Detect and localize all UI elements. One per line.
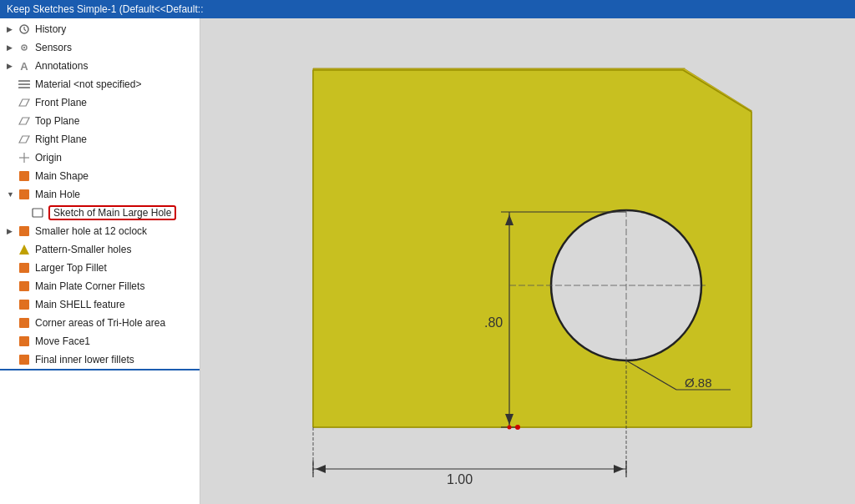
svg-rect-4 (18, 83, 30, 85)
sidebar-item-label: Sensors (35, 42, 72, 53)
svg-rect-15 (19, 300, 29, 310)
svg-rect-13 (19, 263, 29, 273)
history-icon (17, 22, 32, 37)
sidebar-item-corner-areas[interactable]: ▶ Corner areas of Tri-Hole area (0, 314, 200, 332)
sidebar-item-label: Right Plane (35, 134, 87, 145)
feature-icon (17, 169, 32, 184)
sidebar-item-label: Annotations (35, 60, 88, 72)
svg-text:1.00: 1.00 (447, 472, 473, 486)
feature-icon (17, 297, 32, 312)
sidebar-item-label: Final inner lower fillets (35, 354, 134, 365)
svg-rect-10 (33, 209, 43, 217)
title-text: Keep Sketches Simple-1 (Default<<Default… (7, 3, 203, 15)
plane-icon (17, 95, 32, 110)
svg-marker-12 (19, 244, 29, 255)
feature-icon (17, 315, 32, 330)
sidebar-item-larger-top-fillet[interactable]: ▶ Larger Top Fillet (0, 259, 200, 277)
sidebar-item-origin[interactable]: ▶ Origin (0, 149, 200, 167)
feature-icon (17, 187, 32, 202)
sidebar-item-label: Front Plane (35, 97, 87, 108)
sidebar-item-move-face[interactable]: ▶ Move Face1 (0, 332, 200, 350)
sidebar-item-front-plane[interactable]: ▶ Front Plane (0, 93, 200, 112)
sidebar-item-history[interactable]: ▶ History (0, 20, 200, 38)
sidebar-item-sketch-main-hole[interactable]: ▶ Sketch of Main Large Hole (0, 204, 200, 222)
sidebar-item-label: History (35, 23, 66, 35)
sidebar-item-label: Corner areas of Tri-Hole area (35, 317, 165, 329)
svg-point-46 (515, 425, 520, 430)
sidebar-item-label: Sketch of Main Large Hole (48, 205, 176, 220)
sidebar-item-top-plane[interactable]: ▶ Top Plane (0, 112, 200, 130)
annotations-icon: A (17, 58, 32, 73)
material-icon (17, 77, 32, 92)
sidebar-item-label: Smaller hole at 12 oclock (35, 225, 147, 237)
svg-point-2 (23, 47, 25, 48)
svg-rect-14 (19, 281, 29, 291)
svg-rect-3 (18, 80, 30, 82)
viewport[interactable]: .80 1.00 Ø.88 (200, 18, 855, 504)
svg-rect-16 (19, 318, 29, 328)
svg-text:.80: .80 (484, 315, 503, 330)
sidebar-item-label: Origin (35, 152, 62, 164)
plane-icon (17, 132, 32, 147)
sidebar-item-main-plate-corner[interactable]: ▶ Main Plate Corner Fillets (0, 277, 200, 295)
sidebar-item-annotations[interactable]: ▶ A Annotations (0, 57, 200, 75)
sidebar-item-sensors[interactable]: ▶ Sensors (0, 38, 200, 57)
sidebar-item-right-plane[interactable]: ▶ Right Plane (0, 130, 200, 149)
sidebar-item-label: Main Plate Corner Fillets (35, 280, 144, 292)
expand-arrow: ▶ (7, 62, 17, 70)
sidebar-item-label: Main Hole (35, 189, 80, 200)
expand-arrow: ▶ (7, 43, 17, 52)
svg-text:Ø.88: Ø.88 (685, 375, 712, 390)
title-bar: Keep Sketches Simple-1 (Default<<Default… (0, 0, 855, 18)
expand-arrow: ▶ (7, 227, 17, 235)
sidebar-item-smaller-hole[interactable]: ▶ Smaller hole at 12 oclock (0, 222, 200, 240)
svg-rect-18 (19, 355, 29, 365)
sidebar-item-main-shape[interactable]: ▶ Main Shape (0, 167, 200, 185)
expand-arrow: ▶ (7, 25, 17, 33)
sidebar-item-pattern-smaller[interactable]: ▶ Pattern-Smaller holes (0, 240, 200, 259)
svg-rect-17 (19, 336, 29, 346)
feature-tree: ▶ History ▶ Sensors ▶ A Annotations ▶ (0, 18, 200, 504)
feature-icon (17, 260, 32, 275)
svg-point-47 (508, 426, 512, 430)
svg-rect-5 (18, 87, 30, 88)
feature-icon (17, 242, 32, 257)
sidebar-item-label: Top Plane (35, 115, 79, 127)
sidebar-item-final-inner[interactable]: ▶ Final inner lower fillets (0, 350, 200, 370)
feature-icon (17, 352, 32, 367)
sidebar-item-main-hole[interactable]: ▼ Main Hole (0, 185, 200, 204)
sidebar-item-label: Move Face1 (35, 335, 90, 347)
feature-icon (17, 224, 32, 239)
feature-icon (17, 279, 32, 294)
svg-rect-11 (19, 226, 29, 236)
main-area: ▶ History ▶ Sensors ▶ A Annotations ▶ (0, 18, 855, 504)
feature-icon (17, 334, 32, 349)
origin-icon (17, 150, 32, 165)
sidebar-item-label: Larger Top Fillet (35, 262, 107, 274)
sidebar-item-label: Material <not specified> (35, 78, 141, 90)
sensors-icon (17, 40, 32, 55)
collapse-arrow: ▼ (7, 190, 17, 199)
svg-rect-9 (19, 189, 29, 199)
svg-rect-8 (19, 171, 29, 181)
sidebar-item-label: Main Shape (35, 170, 89, 182)
sketch-icon (30, 205, 45, 220)
sidebar-item-material[interactable]: ▶ Material <not specified> (0, 75, 200, 93)
sidebar-item-label: Pattern-Smaller holes (35, 244, 131, 255)
plane-icon (17, 113, 32, 129)
sidebar-item-main-shell[interactable]: ▶ Main SHELL feature (0, 295, 200, 314)
sidebar-item-label: Main SHELL feature (35, 299, 125, 310)
